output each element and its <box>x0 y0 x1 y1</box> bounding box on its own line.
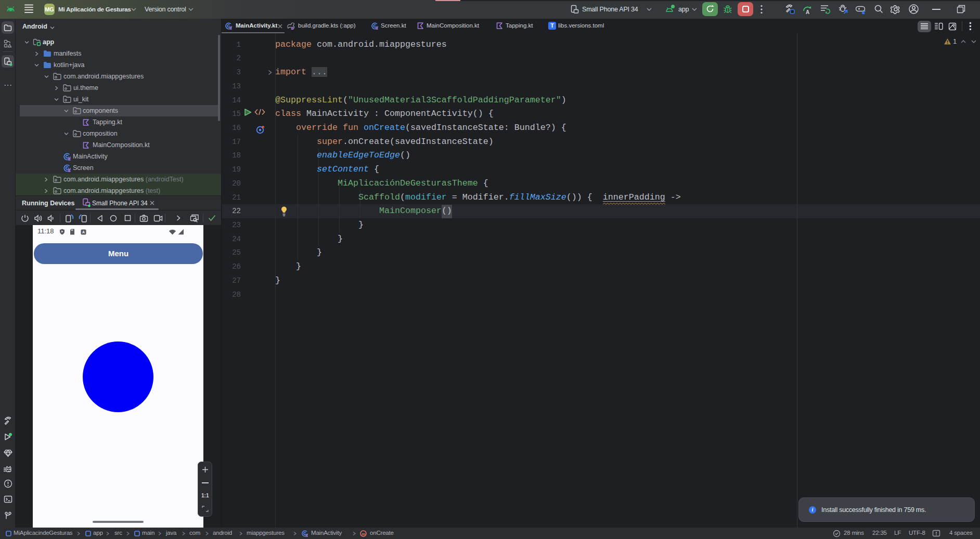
svg-text:m: m <box>362 532 365 536</box>
svg-text:A: A <box>82 230 85 234</box>
svg-text:A: A <box>806 9 809 15</box>
